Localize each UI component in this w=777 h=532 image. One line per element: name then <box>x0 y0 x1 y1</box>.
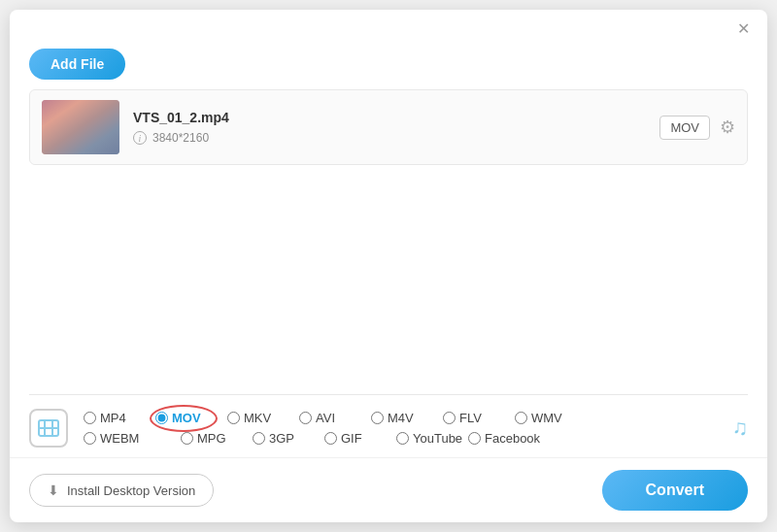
radio-mov[interactable] <box>155 412 168 424</box>
radio-youtube[interactable] <box>396 432 409 445</box>
radio-webm[interactable] <box>84 432 96 445</box>
format-option-3gp[interactable]: 3GP <box>253 431 321 446</box>
bottom-bar: ⬇ Install Desktop Version Convert <box>10 457 767 522</box>
format-row-2: WEBM MPG 3GP GIF <box>84 431 717 446</box>
content-area: VTS_01_2.mp4 i 3840*2160 MOV ⚙ <box>10 89 767 457</box>
format-option-wmv[interactable]: WMV <box>515 411 583 425</box>
radio-mpg[interactable] <box>181 432 193 445</box>
format-option-avi[interactable]: AVI <box>299 411 367 425</box>
radio-avi[interactable] <box>299 412 312 424</box>
radio-mkv[interactable] <box>227 412 240 424</box>
title-bar: ✕ <box>10 10 767 45</box>
file-actions: MOV ⚙ <box>659 116 735 140</box>
radio-wmv[interactable] <box>515 412 527 424</box>
format-option-mov[interactable]: MOV <box>155 411 223 425</box>
install-label: Install Desktop Version <box>67 483 195 498</box>
file-meta: i 3840*2160 <box>133 131 646 145</box>
format-option-mp4[interactable]: MP4 <box>84 411 152 425</box>
format-label-youtube: YouTube <box>413 431 462 446</box>
format-option-m4v[interactable]: M4V <box>371 411 439 425</box>
radio-3gp[interactable] <box>253 432 265 445</box>
format-label-avi: AVI <box>316 411 335 425</box>
settings-icon[interactable]: ⚙ <box>720 116 735 138</box>
format-label-3gp: 3GP <box>269 431 294 446</box>
toolbar: Add File <box>10 45 767 89</box>
format-option-gif[interactable]: GIF <box>324 431 392 446</box>
info-icon: i <box>133 131 147 145</box>
file-thumbnail <box>42 100 119 154</box>
format-option-mpg[interactable]: MPG <box>181 431 249 446</box>
music-icon: ♫ <box>732 416 749 441</box>
format-label-mp4: MP4 <box>100 411 126 425</box>
format-label-flv: FLV <box>459 411 482 425</box>
close-button[interactable]: ✕ <box>733 19 754 39</box>
convert-button[interactable]: Convert <box>602 470 748 511</box>
format-label-facebook: Facebook <box>485 431 540 446</box>
format-label-mkv: MKV <box>244 411 271 425</box>
format-option-mkv[interactable]: MKV <box>227 411 295 425</box>
radio-facebook[interactable] <box>468 432 481 445</box>
add-file-button[interactable]: Add File <box>29 49 125 80</box>
file-info: VTS_01_2.mp4 i 3840*2160 <box>133 110 646 145</box>
format-label-mov: MOV <box>172 411 201 425</box>
format-option-facebook[interactable]: Facebook <box>468 431 540 446</box>
format-grid: MP4 MOV MKV AVI <box>84 411 717 446</box>
format-option-webm[interactable]: WEBM <box>84 431 152 446</box>
format-row-1: MP4 MOV MKV AVI <box>84 411 717 425</box>
file-resolution: 3840*2160 <box>152 131 209 145</box>
main-window: ✕ Add File VTS_01_2.mp4 i 3840*2160 MOV … <box>10 10 767 522</box>
format-label-wmv: WMV <box>531 411 562 425</box>
format-label-gif: GIF <box>341 431 362 446</box>
install-desktop-button[interactable]: ⬇ Install Desktop Version <box>29 474 214 507</box>
format-label-mpg: MPG <box>197 431 226 446</box>
format-option-youtube[interactable]: YouTube <box>396 431 464 446</box>
format-panel: MP4 MOV MKV AVI <box>29 394 748 457</box>
format-badge[interactable]: MOV <box>659 116 710 140</box>
format-option-flv[interactable]: FLV <box>443 411 511 425</box>
radio-flv[interactable] <box>443 412 456 424</box>
video-format-icon <box>29 409 68 448</box>
download-icon: ⬇ <box>48 482 59 498</box>
radio-gif[interactable] <box>324 432 337 445</box>
format-label-webm: WEBM <box>100 431 139 446</box>
radio-m4v[interactable] <box>371 412 384 424</box>
file-name: VTS_01_2.mp4 <box>133 110 646 125</box>
format-label-m4v: M4V <box>388 411 414 425</box>
file-item: VTS_01_2.mp4 i 3840*2160 MOV ⚙ <box>29 89 748 165</box>
radio-mp4[interactable] <box>84 412 96 424</box>
